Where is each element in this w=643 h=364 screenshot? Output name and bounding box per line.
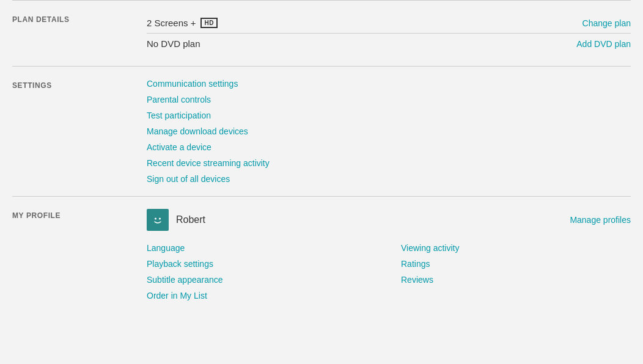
- profile-links-grid: LanguagePlayback settingsSubtitle appear…: [147, 243, 631, 300]
- settings-link[interactable]: Test participation: [147, 111, 631, 120]
- profile-left-link[interactable]: Order in My List: [147, 291, 377, 300]
- my-profile-section: MY PROFILE Robert Manage profiles: [12, 197, 631, 313]
- avatar-icon: [151, 213, 164, 227]
- manage-profiles-action: Manage profiles: [570, 215, 631, 225]
- settings-link[interactable]: Manage download devices: [147, 126, 631, 136]
- add-dvd-link[interactable]: Add DVD plan: [576, 39, 631, 49]
- profile-left-link[interactable]: Subtitle appearance: [147, 275, 377, 285]
- svg-point-1: [159, 218, 161, 220]
- plan-text: 2 Screens +: [147, 18, 196, 28]
- dvd-text: No DVD plan: [147, 38, 200, 49]
- profile-right-link[interactable]: Ratings: [401, 259, 631, 269]
- plan-info: 2 Screens + HD: [147, 18, 533, 28]
- settings-link[interactable]: Activate a device: [147, 142, 631, 152]
- profile-content: Robert Manage profiles LanguagePlayback …: [147, 209, 631, 300]
- my-profile-label: MY PROFILE: [12, 209, 147, 300]
- svg-point-0: [155, 218, 156, 220]
- dvd-info: No DVD plan: [147, 38, 533, 49]
- profile-header: Robert Manage profiles: [147, 209, 631, 231]
- profile-right-link[interactable]: Reviews: [401, 275, 631, 285]
- settings-link[interactable]: Communication settings: [147, 79, 631, 89]
- change-plan-action: Change plan: [533, 18, 631, 28]
- profile-right-link[interactable]: Viewing activity: [401, 243, 631, 253]
- profile-left-col: LanguagePlayback settingsSubtitle appear…: [147, 243, 377, 300]
- plan-details-content: 2 Screens + HD Change plan No DVD plan A…: [147, 13, 631, 54]
- settings-links-list: Communication settingsParental controlsT…: [147, 79, 631, 184]
- dvd-row: No DVD plan Add DVD plan: [147, 34, 631, 54]
- profile-avatar: [147, 209, 169, 231]
- settings-content: Communication settingsParental controlsT…: [147, 79, 631, 184]
- profile-name: Robert: [176, 214, 205, 225]
- add-dvd-action: Add DVD plan: [533, 39, 631, 49]
- hd-badge: HD: [200, 18, 217, 28]
- settings-label: SETTINGS: [12, 79, 147, 184]
- plan-row: 2 Screens + HD Change plan: [147, 13, 631, 34]
- profile-left-link[interactable]: Playback settings: [147, 259, 377, 269]
- profile-left-link[interactable]: Language: [147, 243, 377, 253]
- settings-link[interactable]: Recent device streaming activity: [147, 158, 631, 168]
- settings-link[interactable]: Parental controls: [147, 95, 631, 104]
- profile-right-col: Viewing activityRatingsReviews: [401, 243, 631, 300]
- plan-details-section: PLAN DETAILS 2 Screens + HD Change plan …: [12, 1, 631, 67]
- profile-identity: Robert: [147, 209, 205, 231]
- settings-link[interactable]: Sign out of all devices: [147, 174, 631, 184]
- manage-profiles-link[interactable]: Manage profiles: [570, 215, 631, 225]
- settings-section: SETTINGS Communication settingsParental …: [12, 67, 631, 197]
- plan-details-label: PLAN DETAILS: [12, 13, 147, 54]
- change-plan-link[interactable]: Change plan: [582, 18, 631, 28]
